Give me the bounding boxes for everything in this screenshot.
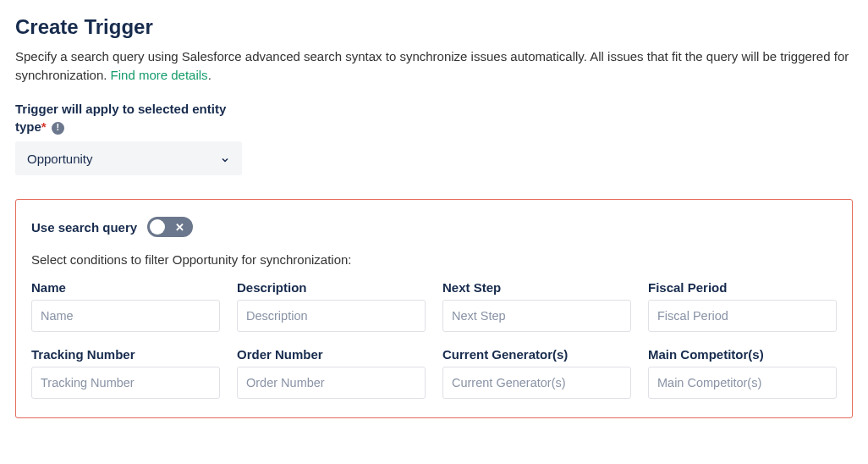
field-label: Fiscal Period [648, 280, 837, 295]
search-query-toggle[interactable]: ✕ [147, 217, 193, 237]
required-marker: * [41, 119, 47, 134]
conditions-description: Select conditions to filter Opportunity … [31, 252, 837, 267]
fiscal-period-input[interactable] [648, 300, 837, 332]
field-label: Name [31, 280, 220, 295]
close-icon: ✕ [175, 222, 184, 233]
conditions-grid: Name Description Next Step Fiscal Period… [31, 280, 837, 399]
toggle-knob [150, 219, 165, 235]
order-number-input[interactable] [237, 367, 426, 399]
field-current-generators: Current Generator(s) [442, 347, 631, 399]
conditions-panel: Use search query ✕ Select conditions to … [15, 199, 853, 418]
find-more-details-link[interactable]: Find more details [111, 68, 208, 82]
tracking-number-input[interactable] [31, 367, 220, 399]
entity-type-label: Trigger will apply to selected entity ty… [15, 100, 252, 137]
entity-type-label-line1: Trigger will apply to selected entity [15, 102, 226, 116]
field-tracking-number: Tracking Number [31, 347, 220, 399]
field-label: Tracking Number [31, 347, 220, 362]
current-generators-input[interactable] [442, 367, 631, 399]
search-query-toggle-label: Use search query [31, 220, 137, 235]
field-label: Current Generator(s) [442, 347, 631, 362]
field-next-step: Next Step [442, 280, 631, 332]
field-label: Description [237, 280, 426, 295]
field-label: Order Number [237, 347, 426, 362]
name-input[interactable] [31, 300, 220, 332]
chevron-down-icon [220, 153, 230, 163]
info-icon[interactable]: ! [52, 122, 64, 135]
next-step-input[interactable] [442, 300, 631, 332]
search-query-toggle-row: Use search query ✕ [31, 217, 837, 237]
entity-type-label-line2: type [15, 119, 41, 134]
description-suffix: . [208, 68, 212, 82]
entity-type-selected-value: Opportunity [27, 152, 93, 166]
field-order-number: Order Number [237, 347, 426, 399]
field-label: Next Step [442, 280, 631, 295]
entity-type-select[interactable]: Opportunity [15, 141, 242, 175]
main-competitors-input[interactable] [648, 367, 837, 399]
description-input[interactable] [237, 300, 426, 332]
field-description: Description [237, 280, 426, 332]
field-fiscal-period: Fiscal Period [648, 280, 837, 332]
page-title: Create Trigger [15, 15, 853, 39]
field-main-competitors: Main Competitor(s) [648, 347, 837, 399]
page-description: Specify a search query using Salesforce … [15, 47, 853, 85]
field-label: Main Competitor(s) [648, 347, 837, 362]
field-name: Name [31, 280, 220, 332]
